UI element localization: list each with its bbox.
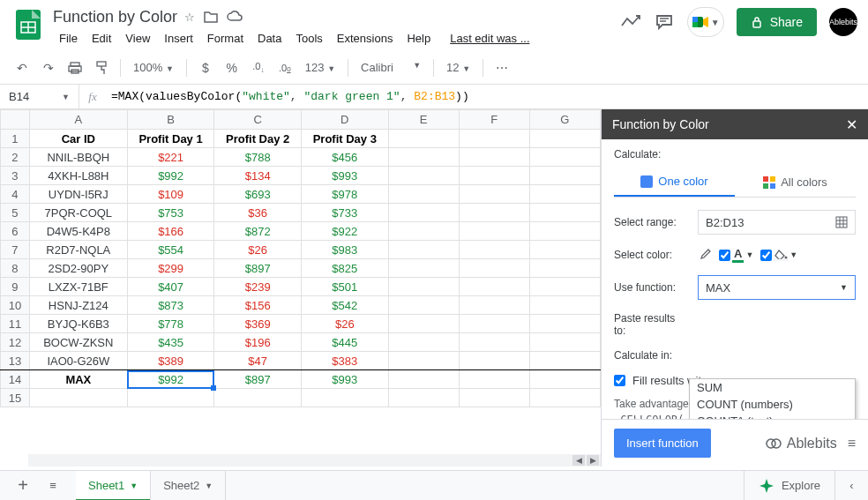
cell[interactable]: 7PQR-COQL (29, 204, 127, 222)
menu-data[interactable]: Data (251, 28, 288, 49)
doc-title[interactable]: Function by Color (53, 8, 177, 26)
cell[interactable] (459, 315, 529, 333)
function-option[interactable]: COUNT (numbers) (690, 396, 855, 413)
cell[interactable] (214, 389, 302, 407)
side-panel-toggle[interactable]: ‹ (834, 471, 868, 501)
cell[interactable]: $501 (302, 278, 389, 296)
cell[interactable]: $109 (127, 185, 214, 204)
cell[interactable] (459, 148, 529, 167)
menu-tools[interactable]: Tools (289, 28, 328, 49)
undo-button[interactable]: ↶ (11, 56, 34, 79)
sheet-tab-1[interactable]: Sheet1▼ (76, 471, 151, 501)
cell[interactable] (388, 148, 459, 167)
cell[interactable]: $788 (214, 148, 302, 167)
cell[interactable]: $435 (127, 333, 214, 352)
cell[interactable]: LXZX-71BF (29, 278, 127, 296)
scroll-left-icon[interactable]: ◀ (572, 455, 585, 466)
col-header[interactable]: G (529, 110, 600, 130)
cell[interactable] (459, 370, 529, 389)
col-header[interactable]: E (388, 110, 459, 130)
print-button[interactable] (64, 56, 86, 79)
cell[interactable]: $26 (302, 315, 389, 333)
cell[interactable]: $993 (302, 370, 389, 389)
cell[interactable]: $407 (127, 278, 214, 296)
all-sheets-button[interactable]: ≡ (41, 474, 65, 498)
cell[interactable]: $693 (214, 185, 302, 204)
cloud-icon[interactable] (227, 11, 243, 24)
cell[interactable] (529, 130, 600, 148)
font-color-checkbox[interactable] (719, 250, 730, 261)
cell[interactable]: MAX (29, 370, 127, 389)
cell[interactable] (529, 352, 600, 370)
cell[interactable]: UYDN-I5RJ (29, 185, 127, 204)
cell[interactable]: $134 (214, 167, 302, 185)
dec-decimal-button[interactable]: .0↓ (247, 56, 270, 79)
cell[interactable]: HSNJ-Z124 (29, 296, 127, 315)
explore-button[interactable]: Explore (744, 471, 834, 501)
cell[interactable] (388, 296, 459, 315)
redo-button[interactable]: ↷ (37, 56, 60, 79)
comments-icon[interactable] (654, 11, 675, 33)
grid-picker-icon[interactable] (835, 216, 848, 228)
zoom-select[interactable]: 100% ▼ (128, 61, 179, 74)
cell[interactable]: $993 (302, 167, 389, 185)
cell[interactable] (529, 167, 600, 185)
insert-function-button[interactable]: Insert function (614, 429, 711, 458)
horizontal-scrollbar[interactable]: ◀▶ (28, 454, 601, 466)
row-header[interactable]: 9 (1, 278, 30, 296)
cell[interactable] (529, 296, 600, 315)
function-option[interactable]: SUM (690, 379, 855, 396)
close-icon[interactable]: ✕ (846, 116, 857, 133)
cell[interactable]: 4XKH-L88H (29, 167, 127, 185)
menu-view[interactable]: View (119, 28, 156, 49)
fill-color-icon[interactable] (774, 249, 788, 261)
cell[interactable]: $389 (127, 352, 214, 370)
cell[interactable]: Profit Day 3 (302, 130, 389, 148)
cell[interactable]: $992 (127, 167, 214, 185)
font-size-select[interactable]: 12 ▼ (441, 61, 475, 74)
name-box[interactable]: B14 ▼ (0, 85, 79, 108)
cell[interactable] (388, 185, 459, 204)
cell[interactable]: $445 (302, 333, 389, 352)
cell[interactable] (302, 389, 389, 407)
account-avatar[interactable]: Ablebits (829, 8, 857, 36)
cell[interactable]: $26 (214, 241, 302, 259)
cell[interactable] (529, 241, 600, 259)
cell[interactable]: $299 (127, 259, 214, 278)
cell[interactable]: $239 (214, 278, 302, 296)
cell[interactable] (529, 148, 600, 167)
cell[interactable] (529, 259, 600, 278)
currency-button[interactable]: $ (194, 56, 217, 79)
row-header[interactable]: 6 (1, 222, 30, 241)
cell[interactable]: Profit Day 2 (214, 130, 302, 148)
cell[interactable]: $873 (127, 296, 214, 315)
cell[interactable] (459, 278, 529, 296)
menu-extensions[interactable]: Extensions (331, 28, 400, 49)
tab-all-colors[interactable]: All colors (735, 168, 856, 197)
function-select[interactable]: MAX▼ (698, 275, 856, 300)
col-header[interactable]: F (459, 110, 529, 130)
sheet-tab-2[interactable]: Sheet2▼ (151, 471, 226, 501)
font-select[interactable]: Calibri ▼ (355, 61, 426, 74)
cell[interactable]: $897 (214, 370, 302, 389)
meet-button[interactable]: ▼ (687, 7, 724, 37)
range-input[interactable]: B2:D13 (698, 210, 856, 235)
cell[interactable] (459, 167, 529, 185)
row-header[interactable]: 14 (1, 370, 30, 389)
fill-results-checkbox[interactable] (614, 375, 625, 386)
cell[interactable] (388, 241, 459, 259)
cell[interactable] (388, 389, 459, 407)
row-header[interactable]: 1 (1, 130, 30, 148)
cell[interactable]: $978 (302, 185, 389, 204)
tab-one-color[interactable]: One color (614, 168, 735, 197)
cell[interactable] (459, 352, 529, 370)
menu-format[interactable]: Format (201, 28, 250, 49)
col-header[interactable]: A (29, 110, 127, 130)
activity-icon[interactable] (620, 11, 641, 33)
cell[interactable] (388, 222, 459, 241)
cell[interactable] (529, 278, 600, 296)
paint-format-button[interactable] (90, 56, 113, 79)
cell[interactable] (459, 222, 529, 241)
cell[interactable]: $983 (302, 241, 389, 259)
row-header[interactable]: 2 (1, 148, 30, 167)
